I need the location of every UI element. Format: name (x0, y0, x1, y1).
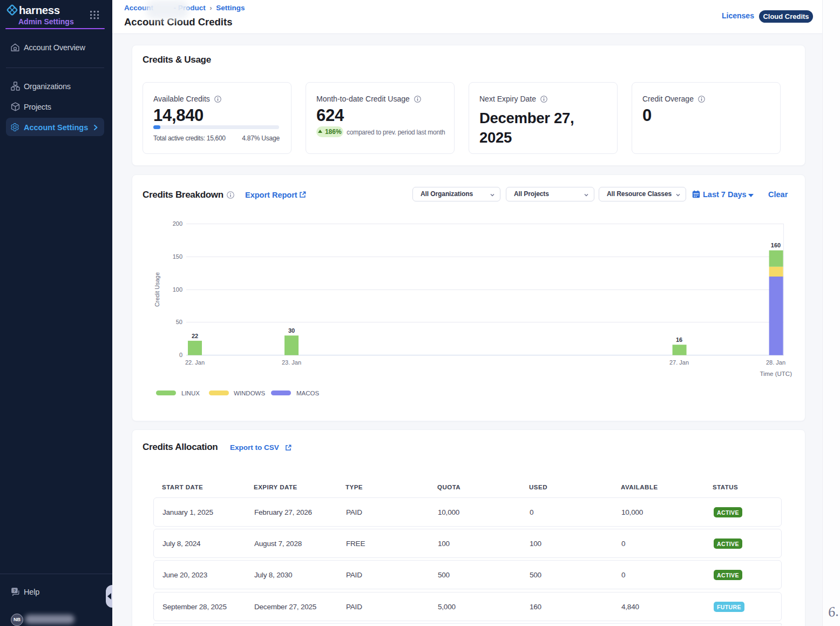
svg-text:23. Jan: 23. Jan (282, 359, 301, 366)
svg-text:?: ? (13, 588, 16, 593)
svg-text:22: 22 (192, 333, 198, 339)
svg-text:Credit Usage: Credit Usage (154, 272, 160, 307)
svg-text:Time (UTC): Time (UTC) (760, 371, 792, 377)
svg-text:0: 0 (179, 352, 182, 358)
svg-text:28. Jan: 28. Jan (766, 359, 785, 366)
svg-text:100: 100 (173, 286, 182, 293)
svg-text:16: 16 (676, 336, 682, 343)
svg-text:22. Jan: 22. Jan (185, 359, 205, 366)
svg-text:27. Jan: 27. Jan (669, 359, 689, 366)
svg-text:WINDOWS: WINDOWS (234, 390, 265, 396)
svg-text:200: 200 (173, 220, 182, 227)
svg-text:30: 30 (288, 327, 295, 334)
svg-text:50: 50 (176, 319, 182, 325)
svg-text:MACOS: MACOS (296, 390, 320, 396)
svg-text:LINUX: LINUX (181, 390, 200, 396)
svg-text:150: 150 (173, 253, 182, 260)
svg-text:160: 160 (771, 242, 781, 248)
